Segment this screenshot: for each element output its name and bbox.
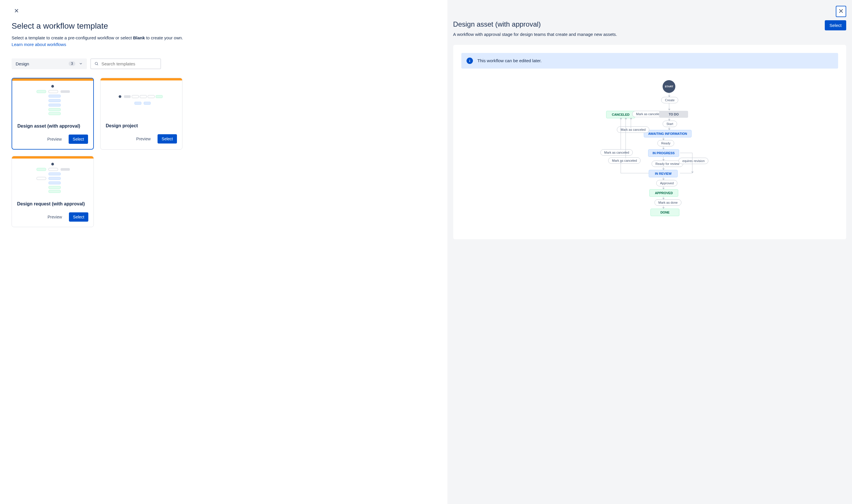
category-label: Design (16, 61, 29, 66)
info-icon (467, 58, 473, 64)
preview-panel: This workflow can be edited later. START… (453, 45, 846, 239)
svg-rect-22 (37, 168, 46, 170)
workflow-diagram: START Create CANCELED Mark as canceled T… (461, 80, 838, 228)
wf-state-awaiting: AWAITING INFORMATION (644, 130, 691, 138)
svg-rect-30 (49, 190, 60, 193)
svg-rect-12 (49, 112, 60, 114)
wf-transition-mark-canceled-3: Mark as canceled (600, 149, 633, 156)
preview-button[interactable]: Preview (43, 134, 66, 144)
svg-rect-23 (49, 168, 58, 170)
card-title: Design asset (with approval) (12, 118, 93, 132)
template-card-design-request[interactable]: Design request (with approval) Preview S… (12, 156, 94, 227)
svg-rect-27 (37, 177, 46, 180)
svg-point-21 (51, 163, 54, 165)
svg-rect-15 (132, 95, 139, 98)
close-preview-button[interactable] (836, 6, 846, 17)
select-button[interactable]: Select (69, 134, 88, 144)
category-count-badge: 3 (69, 61, 75, 66)
chevron-down-icon (79, 61, 83, 66)
preview-description: A workflow with approval stage for desig… (453, 31, 819, 38)
svg-rect-34 (469, 60, 470, 62)
svg-rect-11 (49, 108, 60, 111)
right-pane: Design asset (with approval) A workflow … (448, 0, 852, 504)
svg-rect-19 (135, 102, 141, 105)
info-banner: This workflow can be edited later. (461, 53, 838, 69)
wf-transition-mark-done: Mark as done (655, 199, 681, 206)
card-thumbnail (12, 159, 93, 196)
svg-point-13 (119, 95, 121, 98)
wf-transition-mark-canceled-2: Mark as canceled (617, 126, 649, 133)
template-cards: Design asset (with approval) Preview Sel… (12, 78, 182, 227)
wf-transition-approved: Approved (656, 180, 677, 186)
wf-transition-requires-revision: equires revision (679, 158, 708, 164)
wf-start-node: START (663, 80, 675, 93)
card-title: Design project (101, 118, 182, 131)
card-stripe (12, 78, 93, 81)
svg-rect-17 (148, 95, 155, 98)
search-icon (94, 61, 99, 66)
category-select[interactable]: Design 3 (12, 58, 87, 69)
select-template-button[interactable]: Select (825, 20, 846, 30)
wf-transition-start: Start (663, 121, 677, 127)
card-title: Design request (with approval) (12, 196, 93, 210)
svg-rect-10 (49, 104, 60, 106)
learn-more-link[interactable]: Learn more about workflows (12, 42, 66, 47)
wf-transition-ready: Ready (657, 140, 674, 146)
wf-state-todo: TO DO (659, 111, 688, 118)
svg-rect-8 (49, 95, 60, 97)
filter-row: Design 3 (12, 58, 436, 69)
search-input[interactable] (101, 61, 157, 66)
svg-rect-25 (49, 173, 60, 175)
svg-rect-20 (144, 102, 151, 105)
template-card-design-asset[interactable]: Design asset (with approval) Preview Sel… (12, 78, 94, 149)
wf-transition-create: Create (661, 97, 678, 103)
svg-rect-14 (124, 95, 131, 98)
page-description: Select a template to create a pre-config… (12, 35, 436, 41)
template-card-design-project[interactable]: Design project Preview Select (100, 78, 182, 149)
close-button[interactable] (12, 6, 21, 16)
preview-button[interactable]: Preview (132, 134, 155, 144)
svg-rect-29 (49, 186, 60, 188)
svg-point-2 (95, 62, 97, 65)
svg-rect-16 (140, 95, 146, 98)
wf-state-in-review: IN REVIEW (649, 170, 678, 177)
wf-state-approved: APPROVED (649, 189, 678, 197)
wf-state-in-progress: IN PROGRESS (648, 149, 679, 157)
card-thumbnail (12, 81, 93, 118)
card-stripe (101, 78, 182, 80)
svg-rect-5 (37, 90, 46, 93)
select-button[interactable]: Select (158, 134, 177, 144)
svg-rect-7 (60, 90, 70, 93)
select-button[interactable]: Select (69, 212, 88, 222)
search-box[interactable] (90, 58, 161, 69)
svg-line-3 (97, 65, 98, 66)
close-icon (838, 8, 844, 14)
svg-rect-28 (49, 181, 60, 184)
preview-button[interactable]: Preview (44, 212, 66, 222)
wf-transition-mark-canceled-4: Mark as canceled (608, 157, 641, 164)
svg-rect-9 (49, 99, 60, 102)
info-text: This workflow can be edited later. (477, 58, 542, 63)
svg-rect-24 (60, 168, 70, 170)
page-title: Select a workflow template (12, 21, 436, 31)
card-thumbnail (101, 80, 182, 118)
svg-rect-26 (49, 177, 60, 180)
left-pane: Select a workflow template Select a temp… (0, 0, 448, 504)
svg-rect-6 (49, 90, 58, 93)
close-icon (14, 8, 19, 13)
card-stripe (12, 156, 93, 159)
preview-title: Design asset (with approval) (453, 20, 819, 28)
svg-point-33 (469, 59, 470, 60)
svg-rect-18 (156, 95, 162, 98)
wf-state-done: DONE (650, 209, 679, 216)
svg-point-4 (51, 85, 54, 87)
